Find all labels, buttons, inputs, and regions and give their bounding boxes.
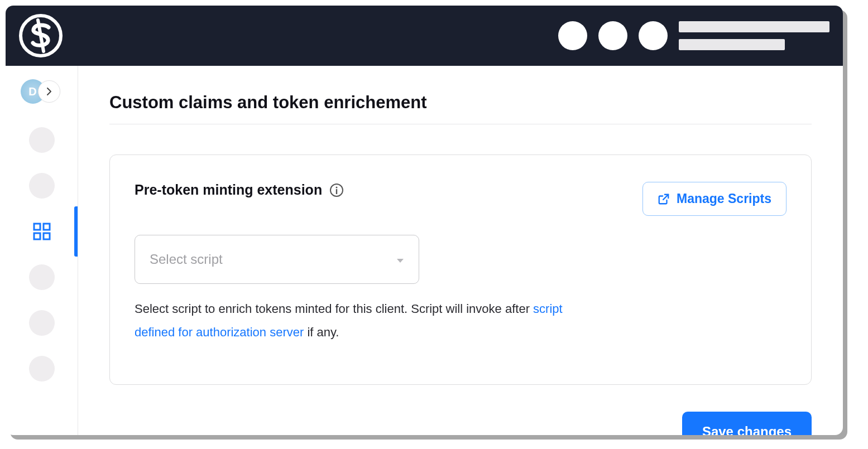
- topbar-avatar[interactable]: [639, 21, 668, 50]
- divider: [109, 124, 812, 124]
- logo-icon: [19, 14, 63, 57]
- page-title: Custom claims and token enrichement: [109, 93, 812, 113]
- sidebar-item-placeholder[interactable]: [29, 173, 55, 199]
- org-avatar-letter: D: [28, 85, 36, 98]
- help-text-before: Select script to enrich tokens minted fo…: [135, 302, 533, 316]
- svg-rect-4: [44, 233, 50, 239]
- card-title: Pre-token minting extension: [135, 182, 322, 198]
- app-body: D: [6, 66, 843, 435]
- grid-icon: [32, 222, 51, 241]
- svg-rect-3: [34, 233, 40, 239]
- app-logo[interactable]: [19, 14, 63, 57]
- topbar-userinfo-placeholder: [679, 21, 829, 50]
- settings-card: Pre-token minting extension: [109, 155, 812, 385]
- svg-point-5: [336, 186, 338, 188]
- svg-rect-6: [336, 189, 337, 194]
- caret-down-icon: [396, 252, 404, 267]
- topbar-placeholder-icon: [598, 21, 627, 50]
- help-text-after: if any.: [304, 325, 339, 339]
- sidebar-item-placeholder[interactable]: [29, 310, 55, 336]
- sidebar-active-indicator: [74, 206, 78, 257]
- manage-scripts-button[interactable]: Manage Scripts: [642, 182, 787, 216]
- topbar-right: [558, 21, 829, 50]
- main-content: Custom claims and token enrichement Pre-…: [78, 66, 843, 435]
- info-glyph-icon: [333, 186, 340, 194]
- sidebar: D: [6, 66, 78, 435]
- sidebar-item-placeholder[interactable]: [29, 264, 55, 290]
- svg-rect-1: [34, 224, 40, 230]
- chevron-right-icon: [45, 87, 54, 96]
- card-header: Pre-token minting extension: [135, 182, 787, 216]
- placeholder-line: [679, 39, 785, 50]
- topbar-placeholder-icon: [558, 21, 587, 50]
- sidebar-item-placeholder[interactable]: [29, 127, 55, 153]
- sidebar-item-placeholder[interactable]: [29, 356, 55, 382]
- manage-scripts-label: Manage Scripts: [677, 191, 771, 206]
- top-navbar: [6, 6, 843, 66]
- external-link-icon: [658, 193, 670, 205]
- svg-rect-2: [44, 224, 50, 230]
- app-window: D: [6, 6, 843, 435]
- script-select[interactable]: Select script: [135, 235, 419, 284]
- script-select-placeholder: Select script: [150, 252, 223, 267]
- sidebar-expand-button[interactable]: [38, 80, 60, 103]
- placeholder-line: [679, 21, 829, 32]
- save-button[interactable]: Save changes: [682, 412, 812, 435]
- sidebar-item-apps[interactable]: [29, 219, 55, 244]
- info-icon[interactable]: [330, 184, 343, 197]
- sidebar-org-switcher[interactable]: D: [6, 79, 78, 104]
- help-text: Select script to enrich tokens minted fo…: [135, 297, 603, 344]
- card-title-row: Pre-token minting extension: [135, 182, 343, 198]
